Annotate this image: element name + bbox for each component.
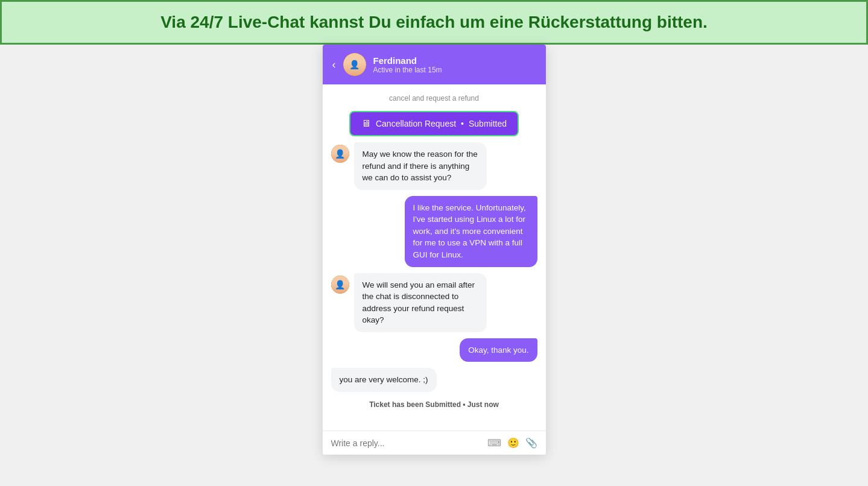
message-row-user-1: I like the service. Unfortunately, I've … [331, 196, 537, 267]
agent-avatar-header: 👤 [343, 53, 366, 76]
chat-header: ‹ 👤 Ferdinand Active in the last 15m [323, 45, 546, 84]
chat-reply-input[interactable] [331, 438, 481, 448]
cancellation-icon: 🖥 [361, 118, 371, 129]
cancellation-status: Submitted [469, 119, 507, 128]
ticket-bold: Submitted [425, 400, 461, 409]
chat-input-row: ⌨ 🙂 📎 [331, 437, 537, 449]
top-banner: Via 24/7 Live-Chat kannst Du einfach um … [0, 0, 868, 45]
agent-info: Ferdinand Active in the last 15m [373, 55, 442, 74]
ticket-prefix: Ticket has been [369, 400, 425, 409]
agent-face-2: 👤 [331, 276, 349, 294]
keyboard-icon[interactable]: ⌨ [487, 437, 501, 449]
user-bubble-1: I like the service. Unfortunately, I've … [405, 196, 537, 267]
agent-avatar-2: 👤 [331, 276, 349, 294]
ticket-note: Ticket has been Submitted • Just now [331, 398, 537, 411]
message-row-agent-2: 👤 We will send you an email after the ch… [331, 273, 537, 332]
system-message-top: cancel and request a refund [331, 92, 537, 105]
user-bubble-2: Okay, thank you. [460, 338, 537, 362]
message-row-user-2: Okay, thank you. [331, 338, 537, 362]
emoji-icon[interactable]: 🙂 [507, 437, 519, 449]
banner-text: Via 24/7 Live-Chat kannst Du einfach um … [160, 13, 708, 31]
agent-avatar-1: 👤 [331, 145, 349, 163]
chat-messages-area: cancel and request a refund 🖥 Cancellati… [323, 84, 546, 431]
agent-bubble-welcome: you are very welcome. ;) [331, 368, 437, 392]
message-row-agent-welcome: you are very welcome. ;) [331, 368, 537, 392]
message-row-agent-1: 👤 May we know the reason for the refund … [331, 142, 537, 190]
agent-bubble-1: May we know the reason for the refund an… [354, 142, 487, 190]
agent-name: Ferdinand [373, 55, 442, 66]
ticket-suffix: • Just now [461, 400, 499, 409]
cancellation-request-box: 🖥 Cancellation Request • Submitted [349, 111, 519, 136]
agent-bubble-2: We will send you an email after the chat… [354, 273, 487, 332]
agent-status: Active in the last 15m [373, 66, 442, 74]
chat-input-area: ⌨ 🙂 📎 [323, 431, 546, 455]
back-button[interactable]: ‹ [332, 58, 336, 71]
cancellation-dot: • [461, 119, 464, 128]
cancellation-label: Cancellation Request [376, 119, 456, 128]
chat-input-icons: ⌨ 🙂 📎 [487, 437, 537, 449]
attachment-icon[interactable]: 📎 [525, 437, 537, 449]
agent-face: 👤 [343, 53, 366, 76]
chat-window: ‹ 👤 Ferdinand Active in the last 15m can… [323, 45, 546, 455]
agent-face-1: 👤 [331, 145, 349, 163]
